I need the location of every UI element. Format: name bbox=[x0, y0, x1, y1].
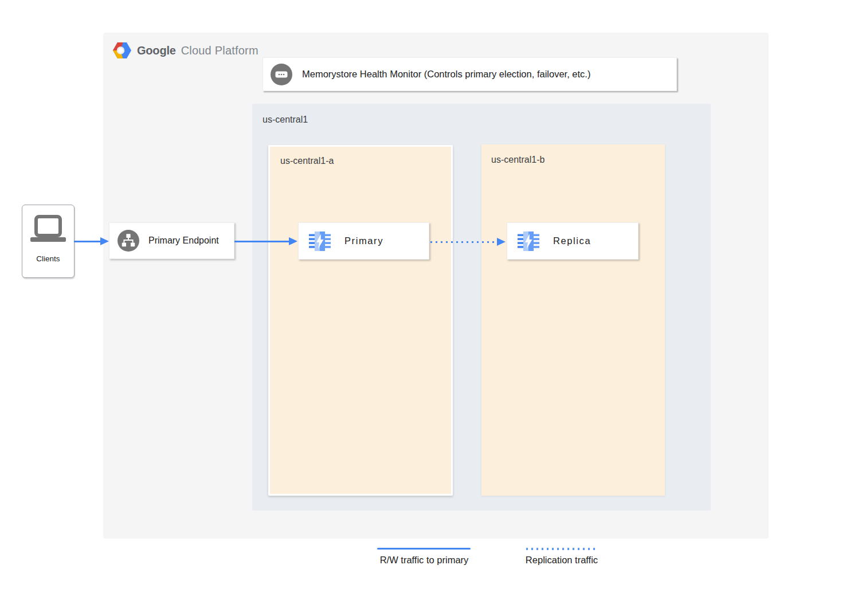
primary-node-label: Primary bbox=[344, 236, 383, 246]
zone-us-central1-a bbox=[268, 145, 453, 496]
memorystore-chip-icon bbox=[516, 229, 541, 254]
network-endpoint-icon bbox=[117, 230, 139, 252]
arrowhead-icon bbox=[497, 238, 506, 246]
arrowhead-icon bbox=[100, 237, 109, 245]
health-monitor-box: Memorystore Health Monitor (Controls pri… bbox=[263, 57, 677, 91]
laptop-icon bbox=[30, 215, 66, 246]
gcp-logo-google-text: Google bbox=[137, 44, 176, 57]
region-label: us-central1 bbox=[263, 115, 308, 125]
legend-replication-label: Replication traffic bbox=[493, 555, 630, 566]
clients-box: Clients bbox=[22, 205, 75, 278]
clients-label: Clients bbox=[36, 254, 60, 263]
legend-solid-line bbox=[377, 548, 471, 550]
zone-us-central1-b bbox=[481, 144, 665, 496]
health-monitor-label: Memorystore Health Monitor (Controls pri… bbox=[302, 69, 590, 80]
replica-node-box: Replica bbox=[507, 222, 639, 260]
legend-dotted-line bbox=[526, 548, 597, 550]
zone-b-label: us-central1-b bbox=[491, 155, 545, 165]
legend-rw-label: R/W traffic to primary bbox=[355, 555, 493, 566]
replica-node-label: Replica bbox=[553, 236, 591, 246]
primary-endpoint-box: Primary Endpoint bbox=[109, 222, 234, 259]
memorystore-chip-icon bbox=[307, 229, 332, 254]
primary-node-box: Primary bbox=[298, 222, 429, 260]
memorystore-monitor-icon bbox=[271, 64, 292, 85]
zone-a-label: us-central1-a bbox=[280, 156, 334, 166]
gcp-logo-platform-text: Cloud Platform bbox=[181, 44, 258, 57]
gcp-logo: Google Cloud Platform bbox=[112, 42, 258, 59]
diagram-canvas: Google Cloud Platform Memorystore Health… bbox=[0, 0, 850, 616]
gcp-hexagon-logo-icon bbox=[112, 42, 132, 59]
primary-endpoint-label: Primary Endpoint bbox=[148, 236, 219, 246]
arrowhead-icon bbox=[289, 237, 297, 245]
